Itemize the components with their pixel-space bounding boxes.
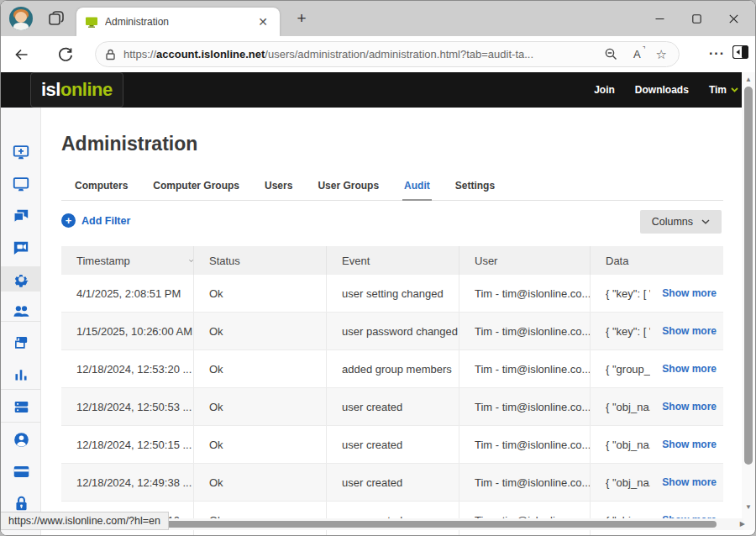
browser-menu-icon[interactable]: ··· [709, 46, 725, 61]
cell-event: user setting changed [327, 275, 459, 312]
lock-icon[interactable] [104, 48, 117, 61]
audit-table: Timestamp Status Event User Data 4/1/202… [61, 246, 723, 536]
scroll-up-icon[interactable]: ▲ [742, 76, 755, 83]
cell-data: { "group_...Show more [591, 350, 723, 387]
app-sidebar [1, 108, 41, 536]
islonline-logo[interactable]: islonline [30, 72, 123, 108]
sidebar-panel-icon[interactable] [732, 45, 748, 59]
tab-computer-groups[interactable]: Computer Groups [151, 175, 241, 201]
table-row[interactable]: 12/18/2024, 12:50:15 ... Ok user created… [61, 426, 723, 464]
sidebar-account-icon[interactable] [1, 428, 41, 451]
sidebar-reports-icon[interactable] [1, 363, 41, 386]
tab-computers[interactable]: Computers [73, 175, 129, 201]
cell-data: { "key": [ "...Show more [591, 275, 723, 312]
cell-status: Ok [194, 313, 327, 349]
cell-data: { "obj_na...Show more [591, 426, 723, 463]
url-field[interactable]: https://account.islonline.net/users/admi… [95, 41, 680, 67]
scroll-right-icon[interactable]: ▶ [740, 520, 745, 528]
link-status-tooltip: https://www.islonline.com/?hl=en [1, 512, 169, 530]
cell-user: Tim - tim@islonline.co... [459, 350, 591, 387]
nav-link-downloads[interactable]: Downloads [635, 84, 689, 96]
column-header-status[interactable]: Status [194, 246, 327, 275]
sort-chevron-icon[interactable] [189, 258, 193, 264]
sidebar-sessions-icon[interactable] [1, 331, 41, 355]
site-navbar: islonline Join Downloads Tim [1, 72, 756, 108]
vertical-scrollbar[interactable]: ▲ ▼ [742, 72, 755, 530]
browser-profile-avatar[interactable] [9, 7, 33, 30]
logo-isl-text: isl [41, 79, 60, 101]
column-header-data[interactable]: Data [591, 246, 723, 275]
vertical-scroll-thumb[interactable] [744, 87, 753, 465]
cell-user: Tim - tim@islonline.co... [459, 313, 591, 349]
minimize-button[interactable] [641, 6, 678, 31]
table-row[interactable]: 4/1/2025, 2:08:51 PM Ok user setting cha… [61, 275, 723, 313]
show-more-link[interactable]: Show more [662, 363, 717, 375]
cell-status: Ok [194, 426, 327, 463]
table-row[interactable]: 12/18/2024, 12:49:38 ... Ok user created… [61, 464, 723, 502]
favorites-star-icon[interactable]: ☆ [656, 47, 667, 62]
tab-users[interactable]: Users [263, 175, 294, 201]
sidebar-settings-icon[interactable] [1, 266, 41, 292]
sidebar-computers-icon[interactable] [1, 172, 41, 196]
refresh-button[interactable] [51, 40, 80, 69]
add-filter-label: Add Filter [81, 215, 130, 227]
sidebar-modules-icon[interactable] [1, 395, 41, 418]
show-more-link[interactable]: Show more [662, 325, 717, 337]
sidebar-video-chat-icon[interactable] [1, 235, 41, 259]
workspaces-icon[interactable] [47, 9, 66, 28]
url-text[interactable]: https://account.islonline.net/users/admi… [123, 48, 604, 60]
avatar-face [15, 12, 27, 23]
read-aloud-icon[interactable]: A⌝ [633, 48, 641, 60]
sidebar-users-icon[interactable] [1, 299, 41, 323]
add-filter-button[interactable]: + Add Filter [61, 213, 130, 228]
tab-title: Administration [105, 16, 255, 28]
table-header-row: Timestamp Status Event User Data [61, 246, 723, 275]
scroll-down-icon[interactable]: ▼ [742, 503, 755, 511]
user-name: Tim [709, 84, 727, 96]
show-more-link[interactable]: Show more [662, 439, 717, 450]
cell-timestamp: 12/18/2024, 12:53:20 ... [61, 350, 194, 387]
back-button[interactable] [8, 40, 36, 69]
user-menu[interactable]: Tim [709, 84, 738, 96]
zoom-out-icon[interactable] [604, 47, 618, 61]
new-tab-button[interactable]: + [291, 9, 312, 28]
sidebar-add-computer-icon[interactable] [1, 140, 41, 164]
cell-event: user created [327, 388, 459, 425]
cell-user: Tim - tim@islonline.co... [459, 426, 591, 463]
cell-timestamp: 12/18/2024, 12:50:15 ... [61, 426, 194, 463]
column-header-timestamp[interactable]: Timestamp [61, 246, 194, 275]
show-more-link[interactable]: Show more [662, 401, 717, 413]
cell-status: Ok [194, 388, 327, 425]
sidebar-chat-icon[interactable] [1, 204, 41, 228]
admin-tabs: Computers Computer Groups Users User Gro… [61, 175, 723, 201]
cell-status: Ok [194, 275, 327, 312]
avatar-shirt [13, 23, 29, 30]
cell-user: Tim - tim@islonline.co... [459, 464, 591, 501]
cell-data: { "obj_na...Show more [591, 388, 723, 425]
cell-event: user password changed [327, 313, 459, 349]
browser-tab-administration[interactable]: Administration ✕ [76, 8, 280, 36]
maximize-button[interactable] [678, 6, 715, 31]
table-row[interactable]: 1/15/2025, 10:26:00 AM Ok user password … [61, 313, 723, 350]
close-window-button[interactable] [715, 6, 752, 31]
column-header-event[interactable]: Event [327, 246, 459, 275]
browser-address-bar: https://account.islonline.net/users/admi… [1, 36, 756, 72]
table-row[interactable]: 12/18/2024, 12:50:53 ... Ok user created… [61, 388, 723, 426]
columns-button[interactable]: Columns [640, 210, 722, 234]
column-header-user[interactable]: User [459, 246, 591, 275]
sidebar-billing-icon[interactable] [1, 460, 41, 483]
nav-link-join[interactable]: Join [594, 84, 615, 96]
cell-timestamp: 1/15/2025, 10:26:00 AM [61, 313, 194, 349]
tab-settings[interactable]: Settings [454, 175, 496, 201]
tab-user-groups[interactable]: User Groups [316, 175, 381, 201]
chevron-down-icon [731, 87, 738, 92]
show-more-link[interactable]: Show more [662, 476, 717, 488]
table-row[interactable]: 12/18/2024, 12:53:20 ... Ok added group … [61, 350, 723, 388]
tab-favicon-monitor-icon [85, 17, 98, 28]
tab-close-icon[interactable]: ✕ [255, 15, 271, 29]
tab-audit[interactable]: Audit [402, 175, 432, 201]
show-more-link[interactable]: Show more [662, 287, 717, 299]
cell-timestamp: 12/18/2024, 12:49:38 ... [61, 464, 194, 501]
cell-data: { "obj_na...Show more [591, 464, 723, 501]
audit-toolbar: + Add Filter Columns [61, 210, 723, 240]
